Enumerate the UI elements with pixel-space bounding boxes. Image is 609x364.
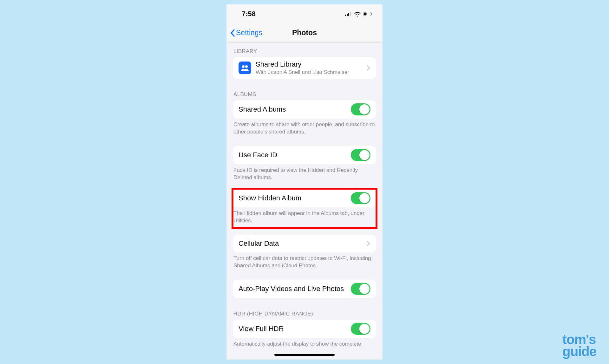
- view-full-hdr-label: View Full HDR: [239, 325, 351, 333]
- shared-albums-group: Shared Albums: [233, 100, 376, 119]
- cellular-footer: Turn off cellular data to restrict updat…: [226, 252, 383, 273]
- autoplay-row[interactable]: Auto-Play Videos and Live Photos: [233, 280, 376, 298]
- svg-rect-6: [371, 13, 372, 15]
- show-hidden-toggle[interactable]: [351, 192, 370, 204]
- watermark-line2: guide: [562, 346, 596, 358]
- back-label: Settings: [236, 29, 262, 37]
- use-face-id-row[interactable]: Use Face ID: [233, 146, 376, 164]
- wifi-icon: [354, 11, 361, 16]
- shared-albums-label: Shared Albums: [239, 105, 351, 114]
- nav-bar: Settings Photos: [226, 23, 383, 42]
- hdr-group: View Full HDR: [233, 320, 376, 338]
- chevron-left-icon: [230, 29, 235, 37]
- status-time: 7:58: [242, 10, 256, 18]
- shared-albums-footer: Create albums to share with other people…: [226, 119, 383, 139]
- shared-albums-toggle[interactable]: [351, 103, 370, 115]
- section-header-library: LIBRARY: [226, 42, 383, 57]
- cellular-group: Cellular Data: [233, 235, 376, 252]
- section-header-hdr: HDR (HIGH DYNAMIC RANGE): [226, 305, 383, 320]
- use-face-id-toggle[interactable]: [351, 149, 370, 161]
- svg-rect-3: [350, 12, 351, 16]
- show-hidden-group: Show Hidden Album: [233, 189, 376, 207]
- view-full-hdr-row[interactable]: View Full HDR: [233, 320, 376, 338]
- cellular-icon: [345, 12, 352, 16]
- use-face-id-label: Use Face ID: [239, 151, 351, 159]
- autoplay-group: Auto-Play Videos and Live Photos: [233, 280, 376, 298]
- people-icon: [239, 62, 251, 74]
- svg-rect-1: [347, 14, 348, 16]
- home-indicator: [274, 354, 335, 356]
- use-face-id-footer: Face ID is required to view the Hidden a…: [226, 164, 383, 185]
- shared-albums-row[interactable]: Shared Albums: [233, 100, 376, 119]
- cellular-row[interactable]: Cellular Data: [233, 235, 376, 252]
- svg-point-8: [245, 65, 248, 68]
- show-hidden-footer: The Hidden album will appear in the Albu…: [226, 207, 383, 228]
- shared-library-row[interactable]: Shared Library With Jason A Snell and Li…: [233, 57, 376, 79]
- battery-icon: [363, 12, 372, 16]
- svg-rect-5: [364, 13, 367, 16]
- back-button[interactable]: Settings: [226, 29, 262, 37]
- library-group: Shared Library With Jason A Snell and Li…: [233, 57, 376, 79]
- content-scroll[interactable]: LIBRARY Shared Library With Jason A Snel…: [226, 42, 383, 360]
- shared-library-subtitle: With Jason A Snell and Lisa Schmeiser: [256, 69, 367, 75]
- status-indicators: [345, 11, 372, 16]
- chevron-right-icon: [367, 65, 370, 71]
- svg-rect-0: [345, 15, 346, 16]
- autoplay-label: Auto-Play Videos and Live Photos: [239, 285, 351, 293]
- section-header-albums: ALBUMS: [226, 86, 383, 100]
- svg-rect-2: [348, 13, 349, 16]
- shared-library-title: Shared Library: [256, 60, 367, 68]
- show-hidden-section: Show Hidden Album The Hidden album will …: [226, 189, 383, 228]
- watermark: tom's guide: [562, 334, 596, 358]
- phone-screen: 7:58 Settings Photos LIBRARY: [226, 4, 383, 360]
- show-hidden-label: Show Hidden Album: [239, 194, 351, 202]
- cellular-label: Cellular Data: [239, 239, 367, 248]
- svg-point-7: [242, 65, 245, 68]
- view-full-hdr-toggle[interactable]: [351, 323, 370, 335]
- show-hidden-row[interactable]: Show Hidden Album: [233, 189, 376, 207]
- autoplay-toggle[interactable]: [351, 283, 370, 295]
- view-full-hdr-footer: Automatically adjust the display to show…: [226, 338, 383, 351]
- face-id-group: Use Face ID: [233, 146, 376, 164]
- status-bar: 7:58: [226, 4, 383, 23]
- chevron-right-icon: [367, 241, 370, 246]
